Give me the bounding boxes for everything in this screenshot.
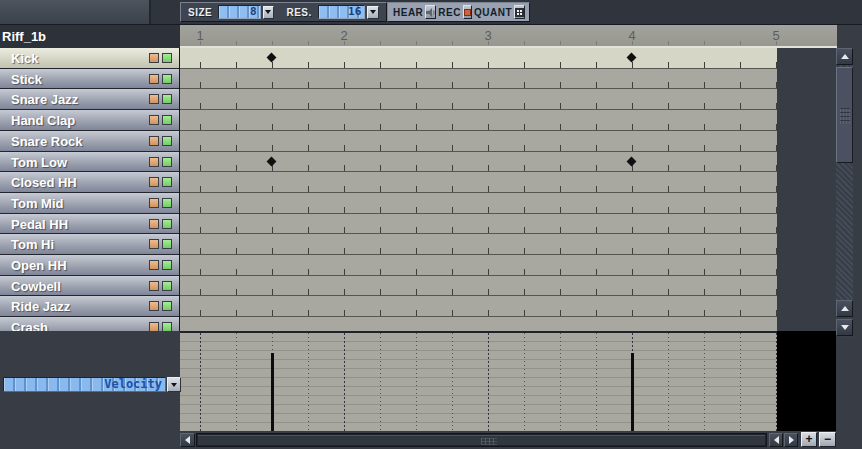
mute-button[interactable]	[149, 177, 159, 187]
solo-button[interactable]	[162, 301, 172, 311]
velocity-gridline	[380, 333, 381, 431]
arrow-down-icon	[841, 325, 849, 330]
instrument-row-closed-hh[interactable]: Closed HH	[0, 172, 179, 193]
mute-button[interactable]	[149, 136, 159, 146]
solo-button[interactable]	[162, 74, 172, 84]
vertical-scrollbar-thumb[interactable]	[836, 67, 853, 163]
chevron-down-icon	[370, 10, 376, 14]
scroll-up-button-2[interactable]	[836, 300, 853, 317]
grid-row-snare-rock[interactable]	[180, 131, 777, 152]
ruler-tick-mark	[308, 41, 309, 45]
arrow-up-icon	[841, 54, 849, 59]
instrument-name: Closed HH	[11, 175, 77, 190]
ruler-tick-mark	[776, 41, 777, 45]
property-dropdown-button[interactable]	[167, 377, 181, 392]
ruler-tick-mark	[416, 41, 417, 45]
mute-button[interactable]	[149, 219, 159, 229]
mute-button[interactable]	[149, 301, 159, 311]
solo-button[interactable]	[162, 53, 172, 63]
note-grid[interactable]	[180, 48, 777, 331]
scroll-up-button[interactable]	[836, 48, 853, 65]
instrument-row-ride-jazz[interactable]: Ride Jazz	[0, 296, 179, 317]
instrument-row-tom-low[interactable]: Tom Low	[0, 152, 179, 173]
velocity-panel[interactable]	[180, 331, 777, 431]
grid-row-pedal-hh[interactable]	[180, 214, 777, 235]
velocity-gridline	[668, 333, 669, 431]
toolbar: SIZE 8 RES. 16 HEAR REC QUANT	[0, 0, 862, 25]
instrument-row-open-hh[interactable]: Open HH	[0, 255, 179, 276]
grid-row-stick[interactable]	[180, 69, 777, 90]
mute-button[interactable]	[149, 281, 159, 291]
velocity-bar[interactable]	[271, 353, 274, 431]
velocity-gridline	[524, 333, 525, 431]
instrument-row-snare-rock[interactable]: Snare Rock	[0, 131, 179, 152]
record-toggle-button[interactable]	[463, 5, 472, 19]
mute-button[interactable]	[149, 115, 159, 125]
instrument-row-crash[interactable]: Crash	[0, 317, 179, 331]
scroll-right-button[interactable]	[784, 433, 798, 447]
hear-toggle-button[interactable]	[425, 5, 436, 19]
solo-button[interactable]	[162, 115, 172, 125]
instrument-row-snare-jazz[interactable]: Snare Jazz	[0, 89, 179, 110]
zoom-in-button[interactable]: +	[801, 432, 817, 447]
solo-button[interactable]	[162, 239, 172, 249]
instrument-name: Open HH	[11, 258, 67, 273]
instrument-row-cowbell[interactable]: Cowbell	[0, 276, 179, 297]
instrument-row-tom-mid[interactable]: Tom Mid	[0, 193, 179, 214]
res-label: RES.	[286, 7, 311, 18]
mute-button[interactable]	[149, 74, 159, 84]
solo-button[interactable]	[162, 136, 172, 146]
solo-button[interactable]	[162, 177, 172, 187]
scroll-left-button[interactable]	[180, 433, 195, 447]
record-icon	[464, 9, 471, 16]
solo-button[interactable]	[162, 322, 172, 331]
solo-button[interactable]	[162, 260, 172, 270]
solo-button[interactable]	[162, 219, 172, 229]
grid-row-snare-jazz[interactable]	[180, 89, 777, 110]
scroll-down-button[interactable]	[836, 319, 853, 336]
velocity-bar[interactable]	[631, 353, 634, 431]
size-res-group: SIZE 8 RES. 16	[180, 2, 387, 22]
solo-button[interactable]	[162, 94, 172, 104]
grid-row-hand-clap[interactable]	[180, 110, 777, 131]
scroll-left-button-2[interactable]	[769, 433, 783, 447]
timeline-ruler[interactable]: 12345	[180, 25, 837, 48]
mute-button[interactable]	[149, 157, 159, 167]
size-dropdown-button[interactable]	[263, 6, 275, 19]
grid-row-cowbell[interactable]	[180, 276, 777, 297]
instrument-row-hand-clap[interactable]: Hand Clap	[0, 110, 179, 131]
mute-button[interactable]	[149, 322, 159, 331]
size-label: SIZE	[188, 7, 212, 18]
instrument-row-pedal-hh[interactable]: Pedal HH	[0, 214, 179, 235]
velocity-gridline	[416, 333, 417, 431]
mute-button[interactable]	[149, 53, 159, 63]
mute-button[interactable]	[149, 198, 159, 208]
solo-button[interactable]	[162, 157, 172, 167]
grid-row-ride-jazz[interactable]	[180, 296, 777, 317]
vertical-scrollbar[interactable]	[836, 48, 853, 337]
res-dropdown-button[interactable]	[367, 6, 379, 19]
mute-button[interactable]	[149, 260, 159, 270]
instrument-buttons	[149, 198, 172, 208]
mute-button[interactable]	[149, 94, 159, 104]
pattern-name: Riff_1b	[0, 25, 180, 48]
solo-button[interactable]	[162, 198, 172, 208]
instrument-row-stick[interactable]: Stick	[0, 69, 179, 90]
grid-row-crash[interactable]	[180, 317, 777, 331]
grid-row-tom-mid[interactable]	[180, 193, 777, 214]
grid-row-tom-hi[interactable]	[180, 234, 777, 255]
grid-row-open-hh[interactable]	[180, 255, 777, 276]
horizontal-scrollbar-track[interactable]	[196, 433, 767, 447]
instrument-name: Tom Mid	[11, 196, 63, 211]
chevron-down-icon	[265, 10, 271, 14]
solo-button[interactable]	[162, 281, 172, 291]
quantize-toggle-button[interactable]	[514, 5, 525, 19]
instrument-name: Kick	[11, 51, 38, 66]
mute-button[interactable]	[149, 239, 159, 249]
instrument-list: KickStickSnare JazzHand ClapSnare RockTo…	[0, 48, 180, 331]
horizontal-scrollbar-thumb[interactable]	[198, 435, 765, 445]
grid-row-closed-hh[interactable]	[180, 172, 777, 193]
zoom-out-button[interactable]: −	[819, 432, 836, 447]
instrument-row-tom-hi[interactable]: Tom Hi	[0, 234, 179, 255]
instrument-row-kick[interactable]: Kick	[0, 48, 179, 69]
